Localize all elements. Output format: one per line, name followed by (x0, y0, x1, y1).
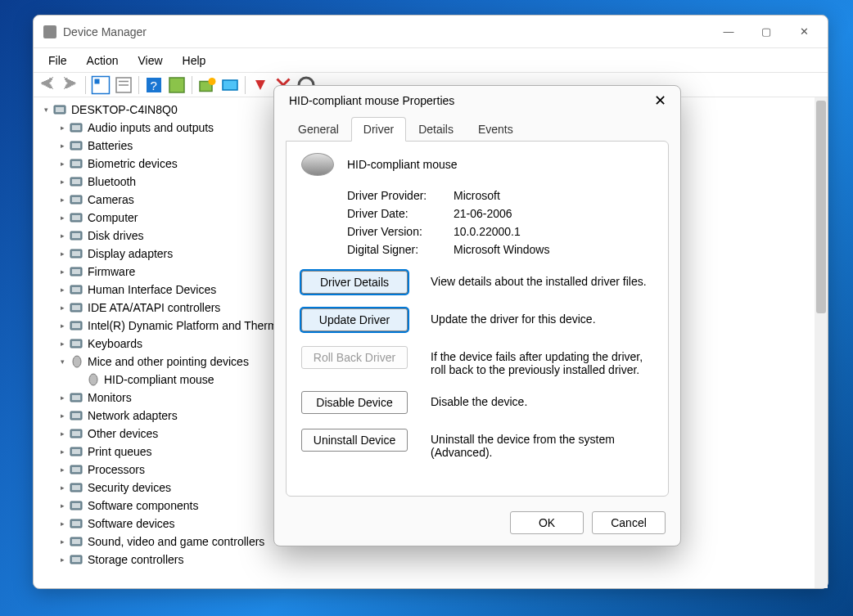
device-category-icon (70, 283, 84, 296)
tab-details[interactable]: Details (406, 117, 466, 142)
svg-point-41 (89, 374, 97, 385)
svg-rect-13 (56, 107, 64, 112)
chevron-right-icon[interactable]: ▸ (56, 410, 68, 421)
dialog-titlebar: HID-compliant mouse Properties ✕ (274, 86, 680, 115)
close-button[interactable]: ✕ (785, 19, 823, 45)
update-driver-desc: Update the driver for this device. (431, 308, 653, 326)
chevron-right-icon[interactable]: ▸ (56, 536, 68, 547)
window-title: Device Manager (63, 25, 710, 38)
tree-item-label: IDE ATA/ATAPI controllers (88, 299, 220, 317)
chevron-right-icon[interactable]: ▸ (56, 176, 68, 187)
chevron-right-icon[interactable]: ▸ (56, 158, 68, 169)
menu-bar: File Action View Help (34, 48, 828, 73)
divider (192, 76, 192, 94)
chevron-right-icon[interactable]: ▸ (56, 482, 68, 493)
tree-item-label: Software components (88, 497, 198, 515)
device-category-icon (70, 553, 84, 566)
tree-item-label: Security devices (88, 479, 171, 497)
tree-item-label: Storage controllers (88, 551, 184, 569)
minimize-button[interactable]: — (710, 19, 747, 45)
chevron-right-icon[interactable]: ▸ (56, 302, 68, 313)
forward-button[interactable]: ⮞ (60, 75, 81, 95)
svg-text:?: ? (151, 79, 157, 92)
device-category-icon (70, 319, 84, 332)
device-category-icon (70, 427, 84, 440)
tab-driver[interactable]: Driver (351, 117, 406, 142)
chevron-down-icon[interactable]: ▾ (40, 104, 52, 115)
chevron-right-icon[interactable]: ▸ (56, 446, 68, 457)
update-driver-icon[interactable] (250, 75, 271, 95)
menu-help[interactable]: Help (173, 51, 216, 70)
menu-action[interactable]: Action (77, 51, 129, 70)
devices-by-type-icon[interactable] (90, 75, 111, 95)
chevron-right-icon[interactable]: ▸ (56, 122, 68, 133)
tree-item-label: Batteries (88, 137, 133, 155)
chevron-right-icon[interactable]: ▸ (56, 518, 68, 529)
maximize-button[interactable]: ▢ (747, 19, 785, 45)
tree-item-label: Sound, video and game controllers (88, 533, 264, 551)
properties-icon[interactable] (113, 75, 134, 95)
chevron-right-icon[interactable]: ▸ (56, 212, 68, 223)
menu-file[interactable]: File (38, 51, 77, 70)
svg-rect-29 (72, 251, 80, 256)
scrollbar-vertical[interactable] (815, 97, 828, 588)
chevron-right-icon[interactable]: ▸ (56, 320, 68, 331)
chevron-right-icon[interactable]: ▸ (56, 464, 68, 475)
tab-general[interactable]: General (286, 117, 351, 142)
add-driver-icon[interactable] (219, 75, 241, 95)
chevron-right-icon[interactable]: ▸ (56, 554, 68, 565)
help-icon[interactable]: ? (143, 75, 165, 95)
chevron-right-icon[interactable]: ▸ (56, 266, 68, 277)
tree-item-label: Computer (88, 209, 138, 227)
svg-rect-33 (72, 287, 80, 292)
chevron-right-icon[interactable]: ▸ (56, 428, 68, 439)
tree-item-label: Software devices (88, 515, 175, 533)
tree-item[interactable]: ▸Storage controllers (56, 551, 808, 569)
chevron-right-icon[interactable]: ▸ (56, 248, 68, 259)
update-driver-button[interactable]: Update Driver (301, 308, 408, 331)
driver-details-button[interactable]: Driver Details (301, 271, 408, 294)
tree-item-label: Keyboards (88, 335, 142, 353)
value-date: 21-06-2006 (454, 207, 512, 220)
back-button[interactable]: ⮜ (37, 75, 58, 95)
titlebar: Device Manager — ▢ ✕ (34, 16, 828, 48)
dialog-close-button[interactable]: ✕ (643, 88, 677, 114)
svg-point-9 (209, 78, 216, 85)
ok-button[interactable]: OK (510, 511, 584, 534)
cancel-button[interactable]: Cancel (592, 511, 666, 534)
chevron-right-icon[interactable]: ▸ (56, 500, 68, 511)
chevron-right-icon[interactable]: ▸ (56, 392, 68, 403)
app-icon (43, 25, 56, 38)
device-category-icon (70, 337, 84, 350)
show-hidden-icon[interactable] (166, 75, 187, 95)
device-category-icon (70, 445, 84, 458)
value-signer: Microsoft Windows (454, 243, 549, 256)
scrollbar-thumb[interactable] (816, 101, 826, 313)
svg-rect-25 (72, 215, 80, 220)
chevron-down-icon[interactable]: ▾ (56, 356, 68, 367)
svg-rect-57 (72, 521, 80, 526)
tree-root-label: DESKTOP-C4IN8Q0 (71, 101, 178, 119)
tree-item-label: Human Interface Devices (88, 281, 216, 299)
device-category-icon (70, 265, 84, 278)
tree-item-label: Audio inputs and outputs (88, 119, 214, 137)
svg-rect-45 (72, 413, 80, 418)
svg-rect-1 (95, 79, 100, 83)
disable-device-button[interactable]: Disable Device (301, 391, 408, 414)
tree-item-label: Bluetooth (88, 173, 136, 191)
uninstall-device-button[interactable]: Uninstall Device (301, 429, 408, 452)
value-version: 10.0.22000.1 (454, 225, 521, 238)
chevron-right-icon[interactable]: ▸ (56, 284, 68, 295)
tab-events[interactable]: Events (466, 117, 526, 142)
chevron-right-icon[interactable]: ▸ (56, 140, 68, 151)
device-label: HID-compliant mouse (347, 158, 458, 171)
svg-rect-43 (72, 395, 80, 400)
chevron-right-icon[interactable]: ▸ (56, 194, 68, 205)
divider (85, 76, 86, 94)
chevron-right-icon[interactable]: ▸ (56, 338, 68, 349)
device-category-icon (70, 121, 84, 134)
scan-hardware-icon[interactable] (196, 75, 218, 95)
svg-rect-27 (72, 233, 80, 238)
menu-view[interactable]: View (128, 51, 172, 70)
chevron-right-icon[interactable]: ▸ (56, 230, 68, 241)
